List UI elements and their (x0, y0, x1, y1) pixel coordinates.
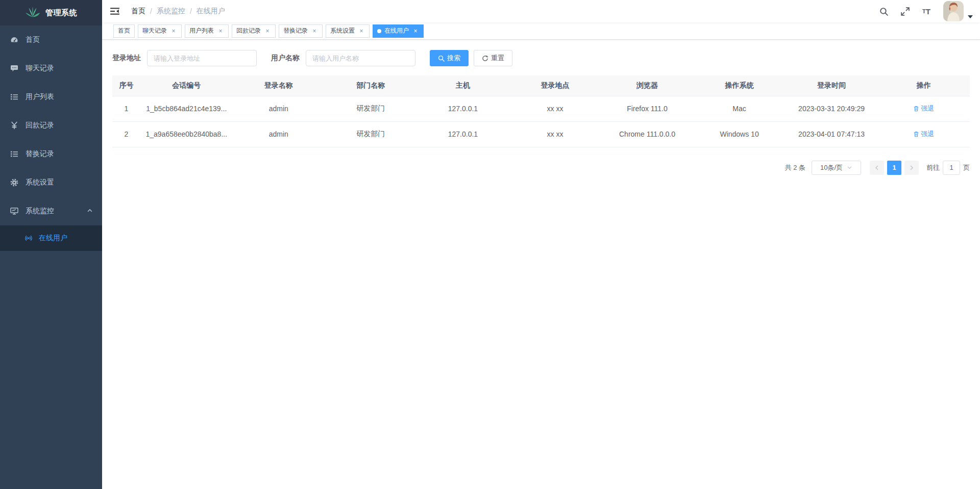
cell-browser: Chrome 111.0.0.0 (601, 121, 694, 147)
page-number-1[interactable]: 1 (887, 161, 901, 175)
tag-online-users[interactable]: 在线用户× (373, 24, 424, 38)
sidebar-submenu-system-monitor: 在线用户 (0, 225, 102, 251)
table-row: 2 1_a9a658ee0b2840ba8... admin 研发部门 127.… (112, 121, 970, 147)
fullscreen-icon[interactable] (900, 6, 910, 16)
cell-os: Mac (693, 96, 786, 121)
close-icon[interactable]: × (412, 28, 419, 35)
close-icon[interactable]: × (264, 28, 271, 35)
close-icon[interactable]: × (217, 28, 224, 35)
gear-icon (10, 178, 18, 187)
sidebar-item-label: 聊天记录 (26, 64, 54, 73)
sidebar-item-system-settings[interactable]: 系统设置 (0, 168, 102, 197)
user-avatar[interactable] (943, 1, 964, 21)
sidebar-item-label: 系统监控 (26, 207, 54, 216)
cell-login-time: 2023-04-01 07:47:13 (786, 121, 878, 147)
col-login-name: 登录名称 (233, 75, 325, 96)
cell-os: Windows 10 (693, 121, 786, 147)
page-jumper: 前往 页 (926, 161, 970, 175)
page-suffix: 页 (963, 163, 970, 172)
tag-chat-records[interactable]: 聊天记录× (138, 24, 182, 38)
sidebar-item-label: 用户列表 (26, 92, 54, 101)
tag-system-settings[interactable]: 系统设置× (326, 24, 370, 38)
cell-login-name: admin (233, 121, 325, 147)
chat-icon (10, 64, 18, 72)
breadcrumb-home[interactable]: 首页 (131, 7, 145, 16)
tag-replace-records[interactable]: 替换记录× (279, 24, 323, 38)
close-icon[interactable]: × (170, 28, 177, 35)
user-name-label: 用户名称 (271, 54, 300, 63)
sidebar-item-label: 回款记录 (26, 121, 54, 130)
tag-user-list[interactable]: 用户列表× (185, 24, 229, 38)
breadcrumb-online-users: 在线用户 (197, 7, 225, 16)
next-page-button[interactable] (904, 161, 919, 175)
login-address-label: 登录地址 (112, 54, 141, 63)
top-navbar: 首页 / 系统监控 / 在线用户 TT (102, 0, 980, 22)
app-logo[interactable]: 管理系统 (0, 0, 102, 25)
sidebar-collapse-icon[interactable] (110, 6, 120, 16)
sidebar-item-label: 替换记录 (26, 149, 54, 159)
chevron-down-icon (847, 165, 852, 170)
col-browser: 浏览器 (601, 75, 694, 96)
col-login-location: 登录地点 (509, 75, 601, 96)
col-host: 主机 (417, 75, 509, 96)
cell-browser: Firefox 111.0 (601, 96, 694, 121)
col-index: 序号 (112, 75, 140, 96)
sidebar-item-label: 在线用户 (39, 234, 67, 243)
user-name-input[interactable] (306, 50, 415, 66)
search-button[interactable]: 搜索 (430, 50, 469, 66)
prev-page-button[interactable] (870, 161, 884, 175)
force-logout-button[interactable]: 强退 (913, 104, 934, 113)
col-session-id: 会话编号 (140, 75, 233, 96)
col-actions: 操作 (877, 75, 970, 96)
cell-index: 2 (112, 121, 140, 147)
cell-session-id: 1_a9a658ee0b2840ba8... (140, 121, 233, 147)
login-address-input[interactable] (147, 50, 257, 66)
list-icon (10, 150, 18, 158)
dashboard-icon (10, 36, 18, 44)
tag-payment-records[interactable]: 回款记录× (232, 24, 276, 38)
sidebar: 管理系统 首页 聊天记录 用户列表 回款记录 (0, 0, 102, 489)
sidebar-item-home[interactable]: 首页 (0, 25, 102, 54)
sidebar-item-chat-records[interactable]: 聊天记录 (0, 54, 102, 83)
sidebar-item-user-list[interactable]: 用户列表 (0, 83, 102, 111)
cell-department: 研发部门 (325, 121, 417, 147)
cell-department: 研发部门 (325, 96, 417, 121)
search-form: 登录地址 用户名称 搜索 重置 (112, 50, 970, 66)
monitor-icon (10, 207, 18, 215)
table-row: 1 1_b5cb864ad21c4e139... admin 研发部门 127.… (112, 96, 970, 121)
cell-login-location: xx xx (509, 121, 601, 147)
cell-login-location: xx xx (509, 96, 601, 121)
close-icon[interactable]: × (358, 28, 365, 35)
jump-label: 前往 (926, 163, 940, 172)
jump-page-input[interactable] (943, 161, 960, 175)
breadcrumb-separator: / (150, 7, 152, 15)
sidebar-item-replace-records[interactable]: 替换记录 (0, 140, 102, 168)
breadcrumb-separator: / (190, 7, 192, 15)
yen-icon (10, 121, 18, 130)
sidebar-item-payment-records[interactable]: 回款记录 (0, 111, 102, 140)
main-area: 首页 / 系统监控 / 在线用户 TT 首页 聊天记录× 用户列表× (102, 0, 980, 185)
online-users-icon (24, 234, 33, 242)
force-logout-button[interactable]: 强退 (913, 130, 934, 139)
sidebar-item-label: 首页 (26, 35, 40, 44)
font-size-icon[interactable]: TT (921, 6, 932, 16)
pagination: 共 2 条 10条/页 1 前往 页 (112, 161, 970, 175)
list-icon (10, 93, 18, 101)
navbar-actions: TT (873, 1, 980, 21)
user-menu[interactable] (943, 1, 973, 21)
sidebar-item-online-users[interactable]: 在线用户 (0, 225, 102, 251)
breadcrumb-system-monitor: 系统监控 (157, 7, 185, 16)
cell-host: 127.0.0.1 (417, 121, 509, 147)
page-content: 登录地址 用户名称 搜索 重置 序号 会话编号 登录名称 部门名称 (102, 40, 980, 185)
plant-logo-icon (25, 6, 40, 20)
close-icon[interactable]: × (311, 28, 318, 35)
sidebar-item-system-monitor[interactable]: 系统监控 (0, 197, 102, 225)
page-size-select[interactable]: 10条/页 (812, 161, 861, 175)
caret-down-icon (968, 15, 973, 18)
online-users-table: 序号 会话编号 登录名称 部门名称 主机 登录地点 浏览器 操作系统 登录时间 … (112, 75, 970, 147)
reset-button[interactable]: 重置 (474, 50, 512, 66)
search-icon[interactable] (878, 6, 889, 16)
cell-session-id: 1_b5cb864ad21c4e139... (140, 96, 233, 121)
cell-index: 1 (112, 96, 140, 121)
tag-home[interactable]: 首页 (113, 24, 135, 38)
